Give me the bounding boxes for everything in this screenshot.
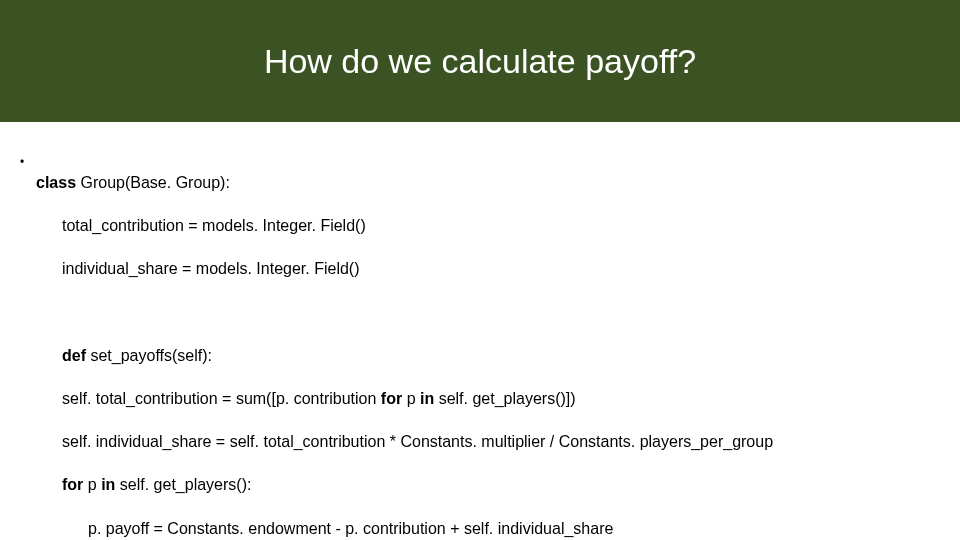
code-text: p [88,476,101,493]
kw-in: in [420,390,439,407]
code-line: individual_share = models. Integer. Fiel… [36,258,952,280]
code-line: class Group(Base. Group): [36,172,952,194]
bullet-glyph: • [8,150,36,170]
code-text: Group(Base. Group): [80,174,229,191]
code-text: self. total_contribution = sum([p. contr… [62,390,381,407]
code-text: set_payoffs(self): [90,347,212,364]
bullet-item: • class Group(Base. Group): total_contri… [8,150,952,540]
kw-def: def [62,347,90,364]
code-line: for p in self. get_players(): [36,474,952,496]
title-band: How do we calculate payoff? [0,0,960,122]
slide: How do we calculate payoff? • class Grou… [0,0,960,540]
slide-title: How do we calculate payoff? [264,42,696,81]
code-text: p [407,390,420,407]
kw-for: for [381,390,407,407]
kw-in: in [101,476,120,493]
code-line: self. individual_share = self. total_con… [36,431,952,453]
kw-class: class [36,174,80,191]
code-text: self. get_players()]) [439,390,576,407]
code-text: self. get_players(): [120,476,252,493]
blank-line [36,301,952,323]
kw-for: for [62,476,88,493]
slide-body: • class Group(Base. Group): total_contri… [0,122,960,540]
code-line: total_contribution = models. Integer. Fi… [36,215,952,237]
code-line: self. total_contribution = sum([p. contr… [36,388,952,410]
code-line: def set_payoffs(self): [36,345,952,367]
code-block: class Group(Base. Group): total_contribu… [36,150,952,540]
code-line: p. payoff = Constants. endowment - p. co… [36,518,952,540]
